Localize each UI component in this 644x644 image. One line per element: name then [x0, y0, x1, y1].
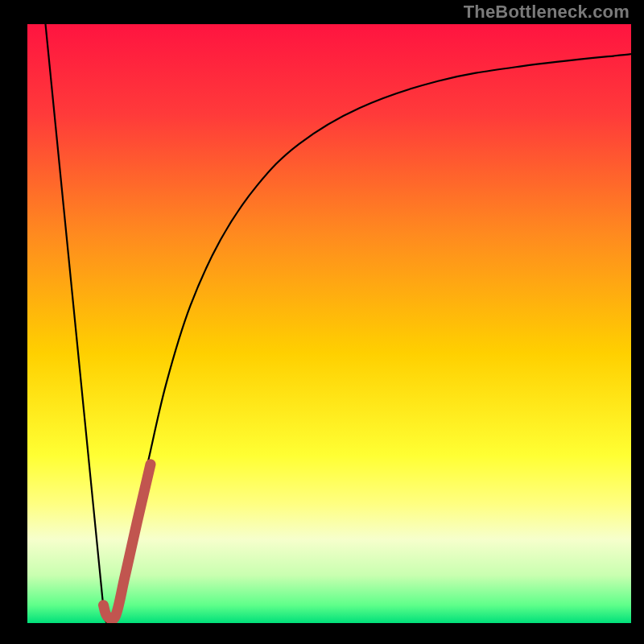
red-hook — [104, 464, 151, 620]
chart-svg — [27, 24, 631, 623]
watermark-label: TheBottleneck.com — [464, 2, 630, 23]
black-curve — [105, 54, 631, 623]
black-curve — [46, 24, 105, 620]
plot-area — [27, 24, 631, 623]
frame: TheBottleneck.com — [0, 0, 644, 644]
